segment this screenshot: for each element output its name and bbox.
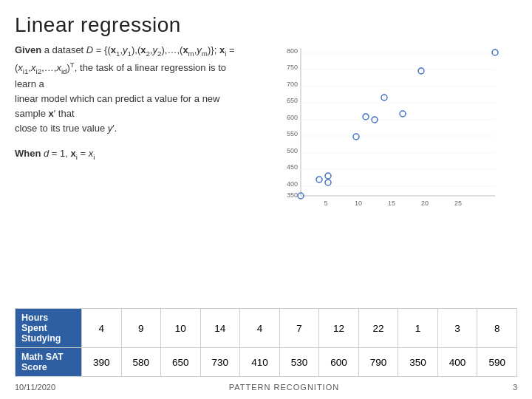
- data-point: [418, 68, 424, 74]
- table-cell: 8: [477, 309, 517, 348]
- table-cell: 22: [358, 309, 398, 348]
- bottom-section: Hours Spent Studying491014471222138Math …: [15, 308, 517, 377]
- svg-text:500: 500: [287, 147, 298, 154]
- table-cell: 730: [200, 348, 240, 377]
- svg-text:25: 25: [454, 200, 462, 207]
- table-cell: 14: [200, 309, 240, 348]
- score-label: Math SAT Score: [16, 348, 82, 377]
- svg-text:550: 550: [287, 130, 298, 137]
- left-panel: Given a dataset D = {(x1,y1),(x2,y2),…,(…: [15, 41, 244, 304]
- svg-text:400: 400: [287, 180, 298, 188]
- table-cell: 9: [121, 309, 161, 348]
- data-table: Hours Spent Studying491014471222138Math …: [15, 308, 517, 377]
- when-formula: When d = 1, xi = xi: [15, 148, 95, 159]
- formula-xi: (xi1,xi2,…,xid)T, the task of a linear r…: [15, 62, 226, 89]
- data-point: [325, 180, 331, 185]
- svg-text:700: 700: [287, 81, 298, 88]
- right-panel: 800 750 700 650 600 550 500 450 400 350 …: [251, 41, 517, 304]
- table-row: Math SAT Score39058065073041053060079035…: [16, 348, 517, 377]
- when-text: When d = 1, xi = xi: [15, 146, 244, 163]
- close-text: close to its true value y′.: [15, 123, 117, 134]
- data-point: [400, 111, 406, 117]
- table-cell: 590: [477, 348, 517, 377]
- table-row: Hours Spent Studying491014471222138: [16, 309, 517, 348]
- footer: 10/11/2020 PATTERN RECOGNITION 3: [15, 383, 517, 392]
- data-point: [353, 134, 359, 140]
- svg-text:800: 800: [287, 47, 298, 55]
- footer-page: 3: [513, 383, 517, 392]
- svg-text:20: 20: [421, 200, 429, 207]
- svg-text:15: 15: [388, 200, 395, 207]
- table-cell: 790: [358, 348, 398, 377]
- table-cell: 580: [121, 348, 161, 377]
- svg-text:450: 450: [287, 163, 298, 171]
- page-title: Linear regression: [15, 13, 517, 37]
- table-cell: 4: [240, 309, 280, 348]
- chart-svg: 800 750 700 650 600 550 500 450 400 350 …: [270, 44, 499, 214]
- table-cell: 410: [240, 348, 280, 377]
- data-point: [325, 173, 331, 179]
- scatter-chart: 800 750 700 650 600 550 500 450 400 350 …: [270, 44, 499, 214]
- data-point: [492, 50, 498, 55]
- table-cell: 12: [319, 309, 359, 348]
- svg-text:650: 650: [287, 97, 298, 104]
- svg-text:5: 5: [324, 200, 327, 207]
- footer-date: 10/11/2020: [15, 383, 55, 392]
- data-point: [381, 95, 387, 100]
- given-label: Given a dataset D = {(x1,y1),(x2,y2),…,(…: [15, 44, 235, 55]
- hours-label: Hours Spent Studying: [16, 309, 82, 348]
- table-cell: 4: [82, 309, 122, 348]
- table-cell: 1: [398, 309, 438, 348]
- table-cell: 600: [319, 348, 359, 377]
- table-cell: 390: [82, 348, 122, 377]
- footer-subtitle: PATTERN RECOGNITION: [229, 383, 339, 392]
- table-cell: 350: [398, 348, 438, 377]
- table-cell: 10: [161, 309, 201, 348]
- content-area: Given a dataset D = {(x1,y1),(x2,y2),…,(…: [15, 41, 517, 304]
- description-text: Given a dataset D = {(x1,y1),(x2,y2),…,(…: [15, 43, 244, 136]
- svg-text:350: 350: [287, 191, 298, 199]
- table-cell: 400: [437, 348, 477, 377]
- table-cell: 650: [161, 348, 201, 377]
- svg-text:750: 750: [287, 64, 298, 71]
- page: Linear regression Given a dataset D = {(…: [0, 0, 532, 399]
- task-text: linear model which can predict a value f…: [15, 93, 219, 119]
- svg-text:600: 600: [287, 114, 298, 121]
- data-point: [363, 114, 369, 120]
- table-cell: 3: [437, 309, 477, 348]
- table-cell: 530: [279, 348, 319, 377]
- svg-text:10: 10: [355, 200, 362, 207]
- data-point: [316, 177, 322, 183]
- table-cell: 7: [279, 309, 319, 348]
